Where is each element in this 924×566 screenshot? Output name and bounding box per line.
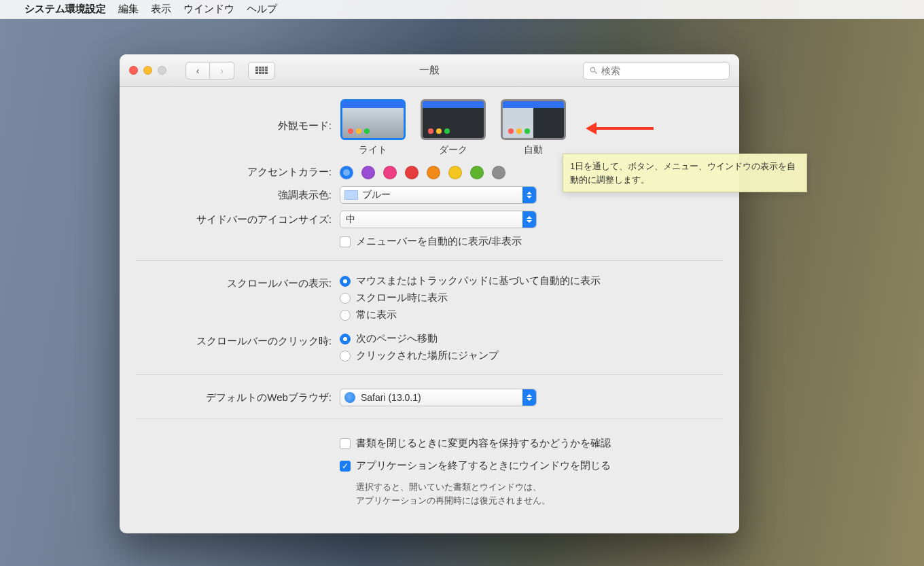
prefs-window: ‹ › 一般 外観モード: ライト ダーク [120, 54, 739, 533]
menu-help[interactable]: ヘルプ [247, 3, 277, 16]
accent-color-0[interactable] [340, 166, 353, 179]
accent-color-1[interactable] [361, 166, 375, 179]
close-windows-note: 選択すると、開いていた書類とウインドウは、アプリケーションの再開時には復元されま… [356, 480, 723, 508]
menubar: システム環境設定 編集 表示 ウインドウ ヘルプ [0, 0, 924, 19]
nav-buttons: ‹ › [185, 62, 234, 79]
divider [136, 374, 723, 375]
scroll-show-scrolling-radio[interactable] [340, 293, 351, 304]
label-accent: アクセントカラー: [136, 163, 340, 179]
close-windows-label: アプリケーションを終了するときにウインドウを閉じる [356, 459, 611, 472]
close-icon[interactable] [129, 66, 138, 75]
menubar-autohide-checkbox[interactable] [340, 236, 351, 247]
accent-color-7[interactable] [492, 166, 505, 179]
window-title: 一般 [419, 64, 440, 77]
label-scroll-click: スクロールバーのクリック時: [136, 332, 340, 362]
highlight-swatch [344, 190, 358, 200]
minimize-icon[interactable] [143, 66, 152, 75]
accent-color-6[interactable] [470, 166, 484, 179]
scroll-click-jump-radio[interactable] [340, 351, 351, 361]
app-name[interactable]: システム環境設定 [24, 3, 106, 16]
back-button[interactable]: ‹ [185, 62, 210, 79]
appearance-dark[interactable]: ダーク [420, 99, 486, 156]
highlight-select[interactable]: ブルー [340, 186, 537, 204]
menubar-autohide-label: メニューバーを自動的に表示/非表示 [356, 235, 522, 248]
label-default-browser: デフォルトのWebブラウザ: [136, 389, 340, 406]
forward-button: › [210, 62, 234, 79]
sidebar-size-select[interactable]: 中 [340, 211, 537, 228]
auto-tooltip: 1日を通して、ボタン、メニュー、ウインドウの表示を自動的に調整します。 [563, 154, 807, 192]
ask-keep-changes-checkbox[interactable] [340, 438, 351, 449]
close-windows-checkbox[interactable] [340, 461, 351, 472]
label-scroll-show: スクロールバーの表示: [136, 275, 340, 321]
ask-keep-changes-label: 書類を閉じるときに変更内容を保持するかどうかを確認 [356, 437, 611, 450]
scroll-click-page-radio[interactable] [340, 334, 351, 344]
sidebar-size-value: 中 [346, 213, 355, 226]
browser-select[interactable]: Safari (13.0.1) [340, 389, 537, 406]
accent-color-5[interactable] [448, 166, 462, 179]
zoom-icon [158, 66, 166, 75]
browser-value: Safari (13.0.1) [361, 392, 421, 403]
divider [136, 260, 723, 261]
traffic-lights [129, 66, 166, 75]
accent-color-2[interactable] [383, 166, 397, 179]
menu-window[interactable]: ウインドウ [183, 3, 234, 16]
search-input[interactable] [601, 65, 724, 76]
accent-color-4[interactable] [427, 166, 440, 179]
divider [136, 419, 723, 419]
menu-view[interactable]: 表示 [151, 3, 171, 16]
appearance-light[interactable]: ライト [340, 99, 406, 156]
safari-icon [344, 392, 355, 403]
updown-icon [522, 211, 536, 228]
titlebar: ‹ › 一般 [120, 54, 739, 87]
highlight-value: ブルー [362, 189, 391, 201]
search-field[interactable] [583, 62, 730, 79]
scroll-show-auto-radio[interactable] [340, 276, 351, 287]
scroll-show-always-radio[interactable] [340, 310, 351, 321]
menu-edit[interactable]: 編集 [118, 3, 139, 16]
accent-color-3[interactable] [405, 166, 419, 179]
updown-icon [522, 389, 536, 406]
label-highlight: 強調表示色: [136, 186, 340, 204]
updown-icon [522, 187, 536, 203]
label-appearance: 外観モード: [136, 99, 340, 132]
label-sidebar-icon: サイドバーのアイコンサイズ: [136, 211, 340, 248]
appearance-auto[interactable]: 自動 [500, 99, 567, 156]
search-icon [589, 66, 599, 75]
show-all-button[interactable] [248, 62, 275, 79]
